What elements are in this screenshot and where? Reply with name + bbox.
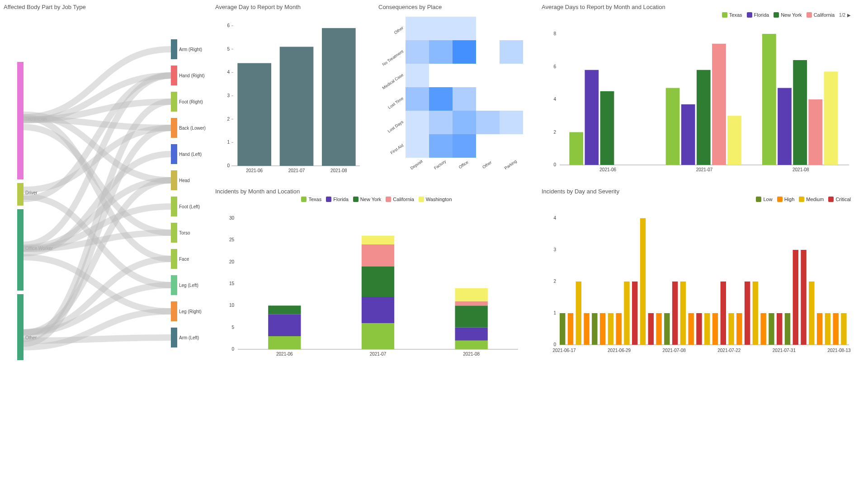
svg-rect-114 [268, 314, 301, 336]
svg-text:Parking: Parking [504, 159, 518, 171]
svg-text:2021-08: 2021-08 [463, 352, 480, 357]
sankey-title: Affected Body Part by Job Type [4, 4, 212, 10]
svg-text:1: 1 [553, 310, 556, 315]
svg-text:4: 4 [553, 97, 556, 102]
svg-rect-0 [17, 62, 24, 179]
svg-text:Lost Days: Lost Days [387, 119, 405, 133]
svg-rect-170 [841, 313, 846, 345]
svg-rect-6 [17, 294, 24, 360]
svg-text:Foot (Left): Foot (Left) [179, 204, 200, 209]
svg-text:2021-07-31: 2021-07-31 [773, 348, 796, 353]
legend-item[interactable]: Medium [799, 197, 824, 202]
svg-text:Back (Lower): Back (Lower) [179, 126, 206, 131]
svg-text:20: 20 [229, 259, 235, 264]
svg-text:Other: Other [393, 25, 404, 35]
svg-rect-4 [17, 209, 24, 291]
svg-text:2021-08: 2021-08 [793, 167, 809, 172]
svg-rect-61 [406, 87, 429, 111]
svg-rect-8 [171, 39, 177, 59]
avg-report-title: Average Day to Report by Month [215, 4, 375, 10]
svg-text:2021-06: 2021-06 [246, 168, 263, 173]
svg-text:2021-06-17: 2021-06-17 [552, 348, 576, 353]
svg-rect-30 [171, 328, 177, 347]
svg-rect-103 [824, 71, 838, 165]
legend-item[interactable]: Florida [326, 197, 349, 202]
svg-rect-16 [171, 144, 177, 164]
svg-rect-151 [688, 313, 693, 345]
svg-text:Arm (Right): Arm (Right) [179, 47, 202, 52]
svg-rect-91 [600, 91, 614, 165]
svg-text:10: 10 [229, 303, 235, 308]
svg-rect-28 [171, 301, 177, 321]
svg-text:30: 30 [229, 216, 235, 221]
svg-text:2021-06-29: 2021-06-29 [608, 348, 631, 353]
svg-rect-167 [817, 313, 822, 345]
legend-item[interactable]: Critical [828, 197, 851, 202]
svg-rect-14 [171, 118, 177, 138]
svg-rect-47 [237, 63, 271, 166]
svg-rect-143 [624, 282, 629, 345]
legend-item[interactable]: Texas [301, 197, 321, 202]
svg-rect-115 [268, 305, 301, 314]
svg-text:2021-06: 2021-06 [599, 167, 616, 172]
svg-rect-20 [171, 197, 177, 216]
legend-item[interactable]: Florida [747, 12, 769, 18]
svg-rect-121 [362, 236, 394, 244]
svg-text:2021-07-22: 2021-07-22 [717, 348, 741, 353]
svg-text:Head: Head [179, 178, 190, 183]
svg-rect-126 [455, 301, 488, 306]
svg-rect-149 [672, 282, 678, 345]
svg-text:Hand (Right): Hand (Right) [179, 73, 205, 78]
svg-rect-127 [455, 288, 488, 301]
legend-item[interactable]: California [807, 12, 835, 18]
svg-text:2021-07: 2021-07 [696, 167, 713, 172]
svg-rect-124 [455, 328, 488, 341]
inc-loc-title: Incidents by Month and Location [215, 188, 538, 195]
svg-text:0: 0 [231, 347, 234, 352]
legend-item[interactable]: High [777, 197, 795, 202]
svg-rect-118 [362, 297, 394, 323]
svg-rect-157 [736, 313, 742, 345]
sankey-chart: Affected Body Part by Job Type Technicia… [4, 4, 212, 369]
svg-text:Face: Face [179, 257, 189, 262]
svg-rect-10 [171, 66, 177, 85]
svg-rect-70 [429, 134, 453, 158]
inc-loc-chart: Incidents by Month and Location TexasFlo… [215, 188, 538, 369]
svg-rect-55 [453, 17, 476, 40]
svg-rect-156 [728, 313, 734, 345]
svg-rect-117 [362, 323, 394, 349]
svg-rect-99 [762, 34, 776, 165]
svg-text:3: 3 [553, 247, 556, 252]
svg-rect-145 [640, 218, 646, 345]
svg-rect-69 [406, 134, 429, 158]
svg-text:Deposit: Deposit [410, 159, 424, 170]
svg-rect-144 [632, 282, 637, 345]
svg-text:3: 3 [227, 93, 230, 98]
svg-text:Medical Case: Medical Case [382, 72, 404, 90]
svg-text:15: 15 [229, 281, 235, 286]
legend-pager[interactable]: 1/2 ▶ [839, 12, 851, 18]
legend-item[interactable]: Low [756, 197, 772, 202]
svg-rect-152 [696, 313, 702, 345]
svg-rect-155 [721, 282, 726, 345]
legend-item[interactable]: Texas [722, 12, 742, 18]
svg-rect-154 [712, 313, 718, 345]
svg-rect-57 [429, 40, 453, 64]
svg-rect-94 [681, 104, 695, 165]
svg-rect-160 [760, 313, 766, 345]
legend-item[interactable]: Washington [419, 197, 452, 202]
svg-rect-120 [362, 244, 394, 266]
inc-day-title: Incidents by Day and Severity [542, 188, 864, 195]
svg-text:2: 2 [553, 279, 556, 284]
svg-rect-93 [666, 88, 680, 165]
svg-rect-64 [406, 111, 429, 134]
svg-rect-56 [406, 40, 429, 64]
svg-rect-138 [584, 313, 589, 345]
legend-item[interactable]: New York [774, 12, 802, 18]
legend-item[interactable]: New York [353, 197, 381, 202]
legend-item[interactable]: California [386, 197, 414, 202]
svg-text:4: 4 [553, 216, 556, 221]
svg-rect-140 [600, 313, 605, 345]
svg-text:0: 0 [553, 162, 556, 167]
svg-text:Hand (Left): Hand (Left) [179, 152, 202, 157]
